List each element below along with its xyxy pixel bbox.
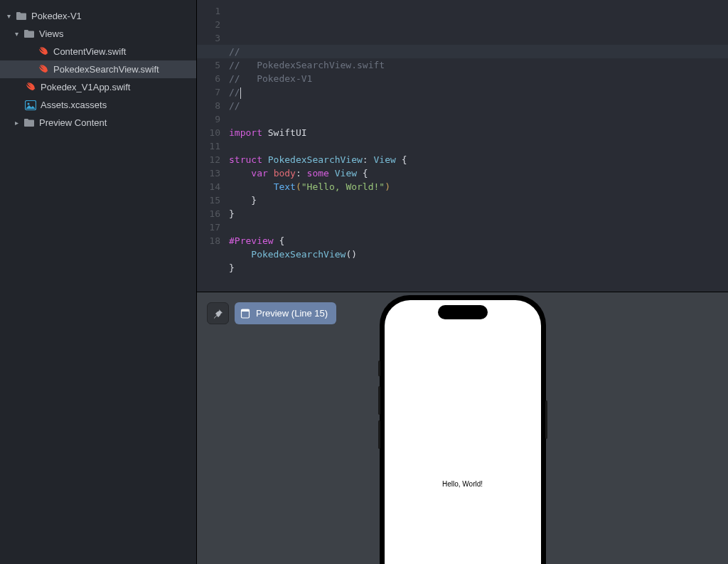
folder-label: Views (39, 28, 63, 39)
main-area: 123456789101112131415161718 //// Pokedex… (197, 0, 728, 564)
code-content[interactable]: //// PokedexSearchView.swift// Pokedex-V… (229, 0, 728, 292)
file-label: Pokedex_V1App.swift (41, 82, 130, 92)
file-content-view[interactable]: ContentView.swift (0, 43, 196, 60)
device-volume-down (378, 420, 380, 449)
device-frame: Hello, World! (380, 295, 546, 564)
file-label: PokedexSearchView.swift (53, 64, 159, 75)
project-name: Pokedex-V1 (31, 11, 82, 21)
chevron-down-icon[interactable]: ▾ (3, 12, 14, 20)
folder-label: Preview Content (39, 117, 107, 128)
swift-icon (36, 64, 50, 75)
file-label: Assets.xcassets (41, 100, 107, 110)
pin-icon (213, 309, 223, 319)
device-power-button (545, 400, 547, 439)
chevron-down-icon[interactable]: ▾ (11, 30, 22, 38)
canvas-preview: Preview (Line 15) Hello, World! (197, 292, 728, 564)
file-assets[interactable]: Assets.xcassets (0, 96, 196, 114)
device-screen[interactable]: Hello, World! (385, 300, 541, 564)
folder-icon (22, 29, 36, 38)
pin-preview-button[interactable] (207, 302, 229, 324)
code-editor[interactable]: 123456789101112131415161718 //// Pokedex… (197, 0, 728, 292)
preview-chip-icon (240, 309, 250, 319)
folder-preview-content[interactable]: ▸ Preview Content (0, 114, 196, 132)
preview-rendered-text: Hello, World! (442, 480, 483, 488)
file-label: ContentView.swift (53, 46, 126, 57)
project-navigator: ▾ Pokedex-V1 ▾ Views ContentView.swift P… (0, 0, 197, 564)
chevron-right-icon[interactable]: ▸ (11, 119, 22, 127)
swift-icon (23, 82, 38, 93)
svg-point-1 (28, 102, 30, 105)
svg-rect-3 (242, 309, 250, 312)
dynamic-island (438, 305, 488, 319)
project-root[interactable]: ▾ Pokedex-V1 (0, 7, 196, 25)
folder-views[interactable]: ▾ Views (0, 25, 196, 43)
line-gutter: 123456789101112131415161718 (197, 0, 229, 292)
folder-icon (14, 11, 28, 21)
folder-icon (22, 118, 36, 127)
preview-selector[interactable]: Preview (Line 15) (235, 302, 336, 324)
preview-chip-label: Preview (Line 15) (256, 308, 328, 319)
device-volume-up (378, 386, 380, 415)
assets-icon (23, 100, 38, 110)
device-mute-switch (378, 361, 380, 376)
file-pokedex-search-view[interactable]: PokedexSearchView.swift (0, 60, 196, 78)
file-app[interactable]: Pokedex_V1App.swift (0, 78, 196, 96)
swift-icon (36, 46, 50, 58)
